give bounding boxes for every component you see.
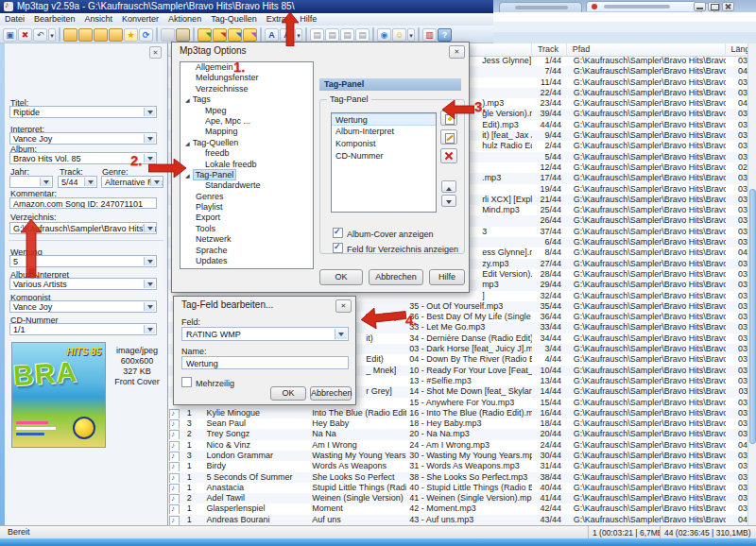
briefcase-icon[interactable] [176,28,190,42]
close-icon[interactable] [722,2,734,11]
ok-button[interactable]: OK [319,269,363,285]
chevron-down-icon[interactable] [40,178,51,186]
options-tree-item[interactable]: Genres [180,192,313,202]
chevron-down-icon[interactable] [144,108,155,116]
web-source-icon[interactable] [377,28,391,42]
table-row[interactable]: 1 Nico & Vinz Am I Wrong 24 - Am I Wrong… [168,440,747,451]
tag-source-icon-2[interactable] [213,28,227,42]
table-row[interactable]: 1 Anastacia Stupid Little Things (Radio … [168,483,747,493]
scrollbar-thumb[interactable] [749,189,756,444]
field-list-item[interactable]: Komponist [332,138,436,150]
options-tree-item[interactable]: Standardwerte [180,180,313,191]
minimize-icon[interactable] [694,2,706,11]
table-row[interactable]: 2 Adel Tawil Weinen (Single Version) 41 … [168,493,747,503]
options-tree-item[interactable]: Tools [180,224,313,234]
table-row[interactable]: 3 Sean Paul Hey Baby 18 - Hey Baby.mp3 1… [168,418,747,429]
background-browser-window[interactable] [493,0,756,43]
chevron-down-icon[interactable] [144,302,155,311]
options-tree-item[interactable]: freedb [180,148,313,159]
table-row[interactable]: 1 Kylie Minogue Into The Blue (Radio Edi… [168,408,747,418]
move-up-button[interactable] [441,180,456,193]
cancel-button[interactable]: Abbrechen [310,386,352,401]
chevron-down-icon[interactable] [144,280,155,288]
change-directory-icon[interactable] [63,28,77,42]
undo-icon[interactable] [33,28,47,42]
options-tree-item[interactable]: Sprache [180,246,313,256]
options-tree-item[interactable]: Export [180,213,313,223]
toolbar-separator[interactable] [260,27,262,42]
options-tree-item[interactable]: Meldungsfenster [180,73,313,83]
tag-panel-close-icon[interactable] [149,46,162,59]
source-dropdown-icon[interactable] [407,28,415,42]
album-cover-checkbox[interactable] [333,228,343,238]
menu-item[interactable]: Ansicht [80,13,118,24]
options-tree-item[interactable]: Ape, Mpc ... [180,116,313,127]
cd-nummer-field[interactable]: 1/1 [9,323,157,335]
move-down-button[interactable] [441,195,456,207]
chevron-down-icon[interactable] [144,224,155,232]
print-icon[interactable] [161,28,175,42]
text-file-icon[interactable] [340,28,354,42]
fields-icon[interactable] [355,28,369,42]
toolbar-separator[interactable] [156,27,158,42]
table-row[interactable]: 1 Andreas Bourani Auf uns 43 - Auf uns.m… [168,515,747,525]
mehrzeilig-checkbox[interactable] [181,377,192,387]
column-header-laenge[interactable]: Länge [728,43,747,55]
chevron-down-icon[interactable] [150,178,162,186]
actions-icon[interactable] [124,28,138,42]
titel-field[interactable]: Riptide [9,106,157,118]
folder-up-icon[interactable] [94,28,108,42]
field-list-item[interactable]: CD-Nummer [332,150,436,162]
field-list-item[interactable]: Wertung [332,113,436,126]
table-row[interactable]: 2 Trey Songz Na Na 20 - Na Na.mp3 20/44 … [168,429,747,439]
album-cover[interactable]: HITS 85 BRA [11,342,106,448]
chevron-down-icon[interactable] [335,329,347,339]
menu-item[interactable]: Hilfe [295,13,321,24]
field-list-item[interactable]: Album-Interpret [332,126,436,138]
tag-source-icon-3[interactable] [228,28,242,42]
convert-case-icon[interactable] [265,28,279,42]
chevron-down-icon[interactable] [144,325,155,333]
options-tree-item[interactable]: Tag-Quellen [180,138,313,148]
undo-dropdown-icon[interactable] [48,28,56,42]
edit-field-button[interactable] [440,129,457,145]
column-header-pfad[interactable]: Pfad [570,43,726,55]
help-button[interactable]: Hilfe [429,269,465,285]
menu-item[interactable]: Tag-Quellen [206,13,262,24]
table-row[interactable]: 1 Birdy Words As Weapons 31 - Words As W… [168,461,747,471]
menu-item[interactable]: Datei [0,13,29,24]
browser-tab[interactable] [499,2,582,12]
komponist-field[interactable]: Vance Joy [9,300,157,313]
cancel-button[interactable]: Abbrechen [369,269,423,285]
tag-source-icon-1[interactable] [198,28,212,42]
help-icon[interactable] [438,28,452,42]
refresh-icon[interactable] [139,28,153,42]
toolbar-separator[interactable] [418,27,420,42]
export-icon[interactable] [325,28,339,42]
options-tree-item[interactable]: Mpeg [180,106,313,116]
tag-source-icon-4[interactable] [243,28,257,42]
ok-button[interactable]: OK [270,386,306,401]
playlist-icon[interactable] [310,28,324,42]
feld-select[interactable]: RATING WMP [181,327,349,341]
options-tree-item[interactable]: Tag-Panel [180,170,313,180]
options-tree-item[interactable]: Updates [180,256,313,266]
toolbar-separator[interactable] [305,27,307,42]
maximize-icon[interactable] [708,2,720,11]
table-row[interactable]: 1 Glasperlenspiel Moment 42 - Moment.mp3… [168,503,747,514]
browser-tab-active[interactable] [586,1,697,11]
name-input[interactable]: Wertung [181,356,349,369]
column-header-track[interactable]: Track [535,43,567,55]
save-tag-icon[interactable] [3,28,17,42]
jahr-field[interactable] [9,176,53,188]
toolbar-separator[interactable] [372,27,374,42]
close-icon[interactable] [335,299,352,313]
table-row[interactable]: 1 5 Seconds Of Summer She Looks So Perfe… [168,472,747,483]
options-tree-item[interactable]: Allgemein [180,62,313,73]
menu-item[interactable]: Aktionen [163,13,206,24]
toolbar-separator[interactable] [193,27,195,42]
remove-tag-icon[interactable] [18,28,32,42]
table-row[interactable]: 3 London Grammar Wasting My Young Years … [168,451,747,461]
options-tree-item[interactable]: Verzeichnisse [180,84,313,94]
kommentar-field[interactable]: Amazon.com Song ID: 247071101 [9,197,157,209]
